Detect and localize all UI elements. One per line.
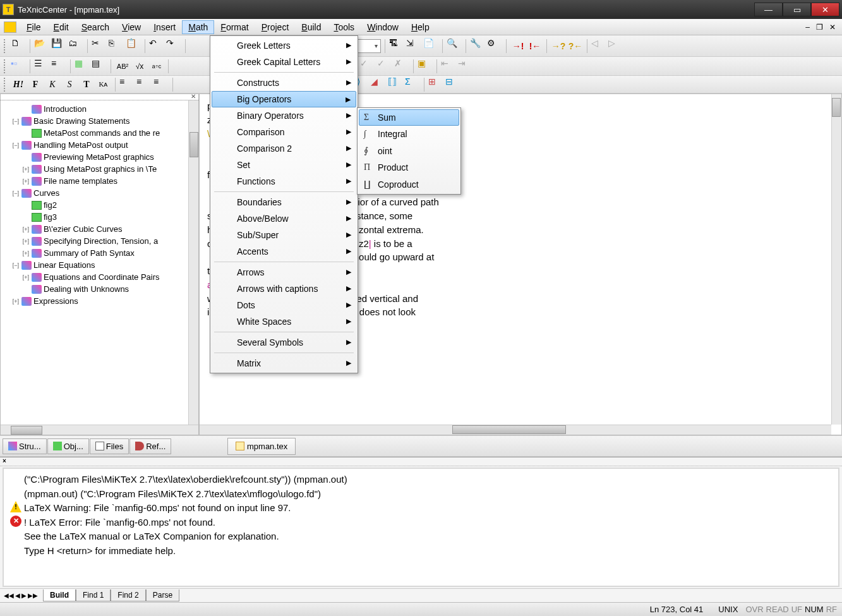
undo-icon[interactable]: ↶ xyxy=(149,39,164,54)
tree-item[interactable]: [+]Expressions xyxy=(2,295,197,307)
tool2-icon[interactable]: ⚙ xyxy=(487,39,502,54)
tt-icon[interactable]: T xyxy=(79,77,94,92)
next-error-icon[interactable]: →! xyxy=(510,39,526,54)
number-list-icon[interactable]: ≡ xyxy=(51,59,66,74)
document-tab[interactable]: mpman.tex xyxy=(227,438,296,455)
menu-view[interactable]: View xyxy=(116,20,147,34)
tree-item[interactable]: Previewing MetaPost graphics xyxy=(2,151,197,163)
tree-item[interactable]: Dealing with Unknowns xyxy=(2,283,197,295)
tree-item[interactable]: [+]Specifying Direction, Tension, a xyxy=(2,235,197,247)
minimize-button[interactable]: — xyxy=(754,3,783,16)
math-menu-item[interactable]: Comparison 2▶ xyxy=(212,140,356,157)
editor-scrollbar-v[interactable] xyxy=(831,94,841,425)
font-icon[interactable]: AB² xyxy=(115,59,130,74)
math-menu-item[interactable]: Functions▶ xyxy=(212,173,356,190)
prev-error-icon[interactable]: !← xyxy=(527,39,543,54)
tree-item[interactable]: [−]Linear Equations xyxy=(2,259,197,271)
indent-out-icon[interactable]: ⇤ xyxy=(441,59,456,74)
math-menu-item[interactable]: Arrows▶ xyxy=(212,264,356,281)
output-text[interactable]: ("C:\Program Files\MiKTeX 2.7\tex\latex\… xyxy=(3,468,839,587)
sym3-icon[interactable]: ◢ xyxy=(371,77,386,92)
sqrt-icon[interactable]: √x xyxy=(132,59,147,74)
math-menu-item[interactable]: Above/Below▶ xyxy=(212,210,356,227)
output-tab-parse[interactable]: Parse xyxy=(146,589,179,601)
bold-icon[interactable]: F xyxy=(28,77,43,92)
spell-icon[interactable]: ✓ xyxy=(360,59,375,74)
tree-item[interactable]: fig2 xyxy=(2,199,197,211)
menu-build[interactable]: Build xyxy=(295,20,327,34)
open-icon[interactable]: 📂 xyxy=(34,39,49,54)
menu-help[interactable]: Help xyxy=(405,20,436,34)
math-menu-item[interactable]: Dots▶ xyxy=(212,297,356,313)
align-left-icon[interactable]: ≡ xyxy=(119,77,135,92)
math-menu-item[interactable]: Boundaries▶ xyxy=(212,194,356,210)
math-menu-item[interactable]: Big Operators▶ xyxy=(212,91,356,107)
indent-in-icon[interactable]: ⇥ xyxy=(458,59,473,74)
output-nav-last-icon[interactable]: ▶▶ xyxy=(28,592,38,599)
bookmark-prev-icon[interactable]: ◁ xyxy=(591,39,606,54)
view-icon[interactable]: 🔍 xyxy=(447,39,462,54)
new-icon[interactable]: 🗋 xyxy=(11,39,26,54)
math-menu-item[interactable]: Comparison▶ xyxy=(212,124,356,140)
math-menu-item[interactable]: Matrix▶ xyxy=(212,355,356,371)
mdi-close[interactable]: ✕ xyxy=(827,21,838,33)
tree-item[interactable]: [+]B\'ezier Cubic Curves xyxy=(2,223,197,235)
sym7-icon[interactable]: ⊟ xyxy=(445,77,460,92)
italic-icon[interactable]: K xyxy=(45,77,60,92)
cancel-icon[interactable]: ✗ xyxy=(394,59,409,74)
math-menu-item[interactable]: Arrows with captions▶ xyxy=(212,281,356,297)
submenu-item-sum[interactable]: ΣSum xyxy=(359,109,459,126)
save-all-icon[interactable]: 🗂 xyxy=(68,39,83,54)
panel-tab-files[interactable]: Files xyxy=(90,438,129,454)
math-menu-item[interactable]: Several Symbols▶ xyxy=(212,334,356,351)
mdi-minimize[interactable]: – xyxy=(803,21,812,33)
build-view-icon[interactable]: ⇲ xyxy=(406,39,421,54)
tree-item[interactable]: [+]Summary of Path Syntax xyxy=(2,247,197,259)
math-menu-item[interactable]: Greek Capital Letters▶ xyxy=(212,54,356,70)
output-tab-find-1[interactable]: Find 1 xyxy=(76,589,111,601)
math-menu-item[interactable]: Greek Letters▶ xyxy=(212,37,356,54)
sym6-icon[interactable]: ⊞ xyxy=(428,77,443,92)
math-menu-item[interactable]: Binary Operators▶ xyxy=(212,107,356,124)
panel-close-icon[interactable]: ✕ xyxy=(191,93,196,100)
submenu-item-coproduct[interactable]: ∐Coproduct xyxy=(359,176,459,193)
sym5-icon[interactable]: Σ xyxy=(405,77,420,92)
tree-item[interactable]: [+]File name templates xyxy=(2,175,197,187)
tree-item[interactable]: [−]Basic Drawing Statements xyxy=(2,115,197,127)
spell2-icon[interactable]: ✓ xyxy=(377,59,392,74)
figure-icon[interactable]: ▦ xyxy=(75,59,90,74)
submenu-item-integral[interactable]: ∫Integral xyxy=(359,126,459,142)
output-icon[interactable]: 📄 xyxy=(423,39,438,54)
maximize-button[interactable]: ▭ xyxy=(783,3,811,16)
bullet-list-icon[interactable]: ☰ xyxy=(34,59,49,74)
output-nav-first-icon[interactable]: ◀◀ xyxy=(4,592,14,599)
tree-item[interactable]: MetaPost commands and the re xyxy=(2,127,197,139)
output-tab-find-2[interactable]: Find 2 xyxy=(111,589,145,601)
align-right-icon[interactable]: ≡ xyxy=(153,77,169,92)
menu-format[interactable]: Format xyxy=(214,20,255,34)
sym4-icon[interactable]: ⟦⟧ xyxy=(388,77,403,92)
editor-scrollbar-h[interactable] xyxy=(200,425,831,435)
document-tree[interactable]: Introduction[−]Basic Drawing StatementsM… xyxy=(1,100,198,425)
output-close-icon[interactable]: × xyxy=(3,457,6,464)
item-icon[interactable]: ▪▫ xyxy=(11,59,26,74)
menu-window[interactable]: Window xyxy=(361,20,405,34)
emph-icon[interactable]: H! xyxy=(11,77,26,92)
tree-scrollbar-v[interactable] xyxy=(188,100,198,425)
output-nav-next-icon[interactable]: ▶ xyxy=(21,592,27,599)
math-menu-item[interactable]: Accents▶ xyxy=(212,243,356,260)
tree-item[interactable]: fig3 xyxy=(2,211,197,223)
output-tab-build[interactable]: Build xyxy=(43,589,76,601)
next-warn-icon[interactable]: →? xyxy=(551,39,566,54)
cut-icon[interactable]: ✂ xyxy=(92,39,107,54)
bookmark-next-icon[interactable]: ▷ xyxy=(608,39,623,54)
sc-icon[interactable]: Kᴀ xyxy=(96,77,111,92)
paste-icon[interactable]: 📋 xyxy=(126,39,141,54)
save-icon[interactable]: 💾 xyxy=(51,39,66,54)
menu-search[interactable]: Search xyxy=(75,20,116,34)
build-icon[interactable]: 🏗 xyxy=(389,39,404,54)
tree-item[interactable]: [+]Equations and Coordinate Pairs xyxy=(2,271,197,283)
menu-edit[interactable]: Edit xyxy=(47,20,75,34)
table-icon[interactable]: ▤ xyxy=(92,59,107,74)
close-button[interactable]: ✕ xyxy=(811,3,839,16)
